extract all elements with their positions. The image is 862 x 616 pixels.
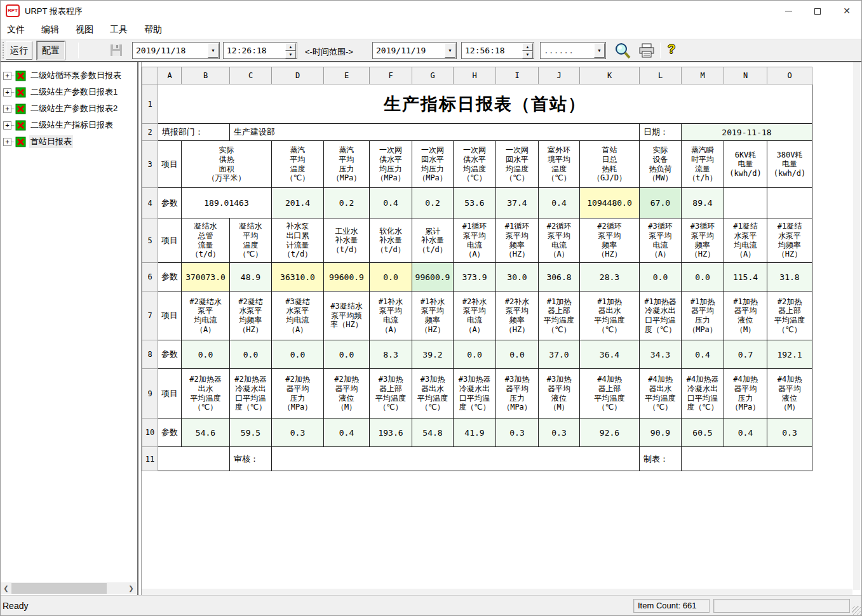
minimize-button[interactable] xyxy=(774,1,803,21)
menu-help[interactable]: 帮助 xyxy=(144,24,162,36)
filter-combobox[interactable]: ...... ▼ xyxy=(540,42,606,59)
sheet-cell[interactable] xyxy=(767,188,812,218)
sheet-cell[interactable]: 补水泵 出口累 计流量 （t/d） xyxy=(272,218,324,263)
expand-plus-icon[interactable]: + xyxy=(3,105,11,113)
row-header-7[interactable]: 7 xyxy=(142,291,158,340)
sheet-cell[interactable]: 一次网 供水平 均压力 （MPa） xyxy=(370,141,412,188)
sheet-cell[interactable]: #2凝结水 泵平 均电流 （A） xyxy=(182,291,230,340)
sheet-cell[interactable]: 115.4 xyxy=(724,263,767,291)
spin-down-icon[interactable]: ▼ xyxy=(522,51,533,58)
menu-edit[interactable]: 编辑 xyxy=(41,24,59,36)
sheet-cell[interactable]: 软化水 补水量 （t/d） xyxy=(370,218,412,263)
sheet-cell[interactable]: #3凝结水 泵平均频 率（HZ） xyxy=(324,291,370,340)
sheet-cell[interactable] xyxy=(158,447,230,471)
toolbar-gripper[interactable] xyxy=(3,42,4,58)
sheet-cell[interactable]: 31.8 xyxy=(767,263,812,291)
spin-up-icon[interactable]: ▲ xyxy=(285,43,296,51)
sheet-cell[interactable]: 92.6 xyxy=(580,418,640,447)
sheet-cell[interactable]: 0.0 xyxy=(682,263,724,291)
sheet-cell[interactable]: 34.3 xyxy=(640,340,682,369)
col-header-F[interactable]: F xyxy=(370,67,412,84)
col-header-A[interactable]: A xyxy=(158,67,182,84)
sheet-cell[interactable]: 54.8 xyxy=(412,418,454,447)
sheet-cell[interactable]: 0.3 xyxy=(496,418,539,447)
sheet-cell[interactable]: 蒸汽瞬 时平均 流量 （t/h） xyxy=(682,141,724,188)
sheet-cell[interactable]: #3循环 泵平均 电流 （A） xyxy=(640,218,682,263)
col-header-L[interactable]: L xyxy=(640,67,682,84)
sheet-cell[interactable]: 36310.0 xyxy=(272,263,324,291)
sheet-cell[interactable]: 89.4 xyxy=(682,188,724,218)
sheet-cell[interactable]: 373.9 xyxy=(454,263,496,291)
sheet-cell[interactable]: 306.8 xyxy=(539,263,580,291)
sheet-cell[interactable]: 室外环 境平均 温度 （℃） xyxy=(539,141,580,188)
row-header-2[interactable]: 2 xyxy=(142,124,158,141)
col-header-J[interactable]: J xyxy=(539,67,580,84)
row-header-4[interactable]: 4 xyxy=(142,188,158,218)
row-header-3[interactable]: 3 xyxy=(142,141,158,188)
sheet-cell[interactable]: 0.0 xyxy=(454,340,496,369)
sheet-cell[interactable]: 0.2 xyxy=(324,188,370,218)
scrollbar-thumb[interactable] xyxy=(11,583,107,594)
filter-dropdown-icon[interactable]: ▼ xyxy=(594,43,605,58)
sheet-cell[interactable]: 54.6 xyxy=(182,418,230,447)
sheet-cell[interactable]: #2加热器 出水 平均温度 （℃） xyxy=(182,369,230,418)
sheet-cell[interactable]: 参数 xyxy=(158,418,182,447)
sheet-cell[interactable]: 53.6 xyxy=(454,188,496,218)
sheet-cell[interactable]: #3加热 器平均 压力 （MPa） xyxy=(496,369,539,418)
sheet-cell[interactable]: 48.9 xyxy=(230,263,272,291)
sheet-cell[interactable]: 8.3 xyxy=(370,340,412,369)
sheet-cell[interactable]: 凝结水 平均 温度 （℃） xyxy=(230,218,272,263)
sheet-cell[interactable]: 蒸汽 平均 压力 （MPa） xyxy=(324,141,370,188)
search-icon[interactable] xyxy=(613,41,632,63)
spin-up-icon[interactable]: ▲ xyxy=(522,43,533,51)
sheet-cell[interactable]: 制表： xyxy=(640,447,682,471)
col-header-M[interactable]: M xyxy=(682,67,724,84)
sheet-cell[interactable]: 日期： xyxy=(640,124,682,141)
sheet-cell[interactable]: #2循环 泵平均 电流 （A） xyxy=(539,218,580,263)
tree-item-report-2[interactable]: + 二级站生产参数日报表1 xyxy=(1,84,137,100)
sheet-cell[interactable]: 0.0 xyxy=(496,340,539,369)
sheet-cell[interactable]: #3凝结 水泵平 均电流 （A） xyxy=(272,291,324,340)
tree-item-report-1[interactable]: + 二级站循环泵参数日报表 xyxy=(1,67,137,84)
resize-grip[interactable] xyxy=(852,606,861,615)
sheet-cell[interactable]: #1凝结 水泵平 均频率 （HZ） xyxy=(767,218,812,263)
sheet-cell[interactable]: 0.0 xyxy=(182,340,230,369)
menu-file[interactable]: 文件 xyxy=(7,24,25,36)
sheet-cell[interactable]: #1加热 器上部 平均温度 （℃） xyxy=(539,291,580,340)
sheet-cell[interactable]: 参数 xyxy=(158,340,182,369)
sheet-cell[interactable]: #1循环 泵平均 电流 （A） xyxy=(454,218,496,263)
sheet-cell[interactable]: 59.5 xyxy=(230,418,272,447)
sheet-cell[interactable]: #4加热器 冷凝水出 口平均温 度（℃） xyxy=(682,369,724,418)
sheet-cell[interactable]: #3加热 器上部 平均温度 （℃） xyxy=(370,369,412,418)
sheet-cell[interactable]: 0.0 xyxy=(230,340,272,369)
sheet-cell[interactable]: #3加热器 冷凝水出 口平均温 度（℃） xyxy=(454,369,496,418)
menu-tools[interactable]: 工具 xyxy=(110,24,128,36)
help-icon[interactable]: ? xyxy=(668,42,675,57)
col-header-O[interactable]: O xyxy=(767,67,812,84)
sheet-cell[interactable] xyxy=(272,447,640,471)
row-header-1[interactable]: 1 xyxy=(142,84,158,124)
sheet-cell[interactable]: 项目 xyxy=(158,141,182,188)
sheet-horizontal-scrollbar[interactable] xyxy=(142,589,852,595)
col-header-B[interactable]: B xyxy=(182,67,230,84)
sheet-cell[interactable]: 0.0 xyxy=(324,340,370,369)
row-header-8[interactable]: 8 xyxy=(142,340,158,369)
tree-item-report-5[interactable]: + 首站日报表 xyxy=(1,133,137,150)
sheet-cell[interactable]: 60.5 xyxy=(682,418,724,447)
end-date-picker[interactable]: 2019/11/19 ▼ xyxy=(372,42,457,59)
sheet-cell[interactable]: 0.3 xyxy=(767,418,812,447)
sheet-cell[interactable]: 0.4 xyxy=(724,418,767,447)
sheet-cell[interactable]: 0.4 xyxy=(370,188,412,218)
run-button[interactable]: 运行 xyxy=(6,41,32,60)
sheet-cell[interactable]: 参数 xyxy=(158,188,182,218)
scroll-left-icon[interactable]: ❮ xyxy=(1,582,11,594)
sheet-cell[interactable]: #2加热器 冷凝水出 口平均温 度（℃） xyxy=(230,369,272,418)
row-header-9[interactable]: 9 xyxy=(142,369,158,418)
sheet-cell[interactable]: 项目 xyxy=(158,218,182,263)
spin-down-icon[interactable]: ▼ xyxy=(285,51,296,58)
col-header-D[interactable]: D xyxy=(272,67,324,84)
start-date-picker[interactable]: 2019/11/18 ▼ xyxy=(132,42,220,59)
sheet-cell[interactable]: 实际 设备 热负荷 （MW） xyxy=(640,141,682,188)
sheet-vertical-scrollbar[interactable] xyxy=(853,62,860,590)
sheet-cell[interactable]: 一次网 供水平 均温度 （℃） xyxy=(454,141,496,188)
